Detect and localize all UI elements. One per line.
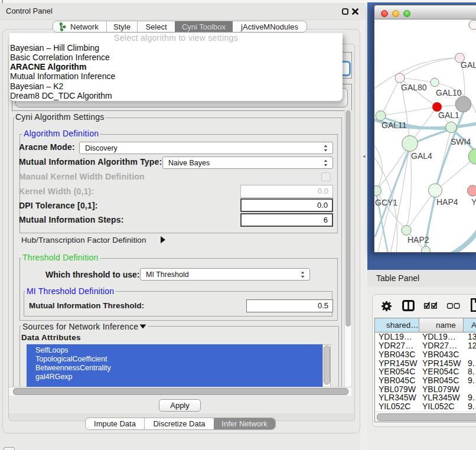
svg-text:GAL10: GAL10 [436,88,462,97]
svg-text:GCY1: GCY1 [375,198,397,207]
svg-text:GAL80: GAL80 [401,83,427,92]
svg-text:YJ: YJ [471,197,476,207]
svg-text:GAL11: GAL11 [382,120,407,130]
svg-text:HAP2: HAP2 [407,235,429,244]
svg-text:SWI4: SWI4 [451,137,471,146]
svg-text:GAL1: GAL1 [438,110,459,120]
svg-text:GAL4: GAL4 [411,151,432,161]
svg-text:HAP4: HAP4 [436,197,458,207]
svg-text:GAL7: GAL7 [461,60,476,70]
